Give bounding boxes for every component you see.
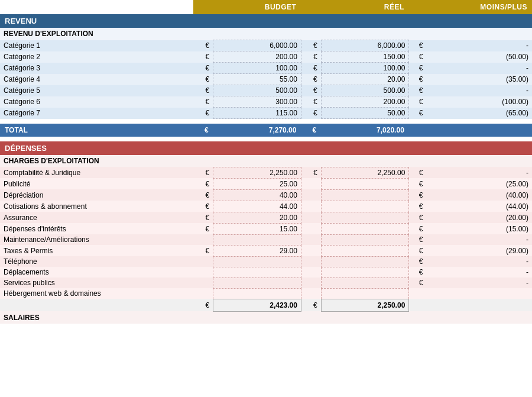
charge12-reel-currency <box>301 288 321 299</box>
cat1-budget-currency: € <box>193 40 213 51</box>
table-row: Catégorie 6 € 300.00 € 200.00 € (100.00) <box>0 96 532 108</box>
cat6-mp: (100.00) <box>427 96 532 108</box>
subtotal-mp <box>427 299 532 311</box>
charge9-label: Téléphone <box>0 256 193 267</box>
total-budget-currency: € <box>193 124 213 137</box>
charge3-label: Dépréciation <box>0 189 193 201</box>
cat4-mp: (35.00) <box>427 74 532 85</box>
table-row: Catégorie 2 € 200.00 € 150.00 € (50.00) <box>0 51 532 63</box>
charge3-mp-currency: € <box>409 189 427 201</box>
cat3-label: Catégorie 3 <box>0 63 193 74</box>
charge7-mp-currency: € <box>409 234 427 245</box>
total-row: TOTAL € 7,270.00 € 7,020.00 <box>0 124 532 137</box>
charge11-mp-currency: € <box>409 277 427 288</box>
spacer-row <box>0 119 532 124</box>
table-row: Dépréciation € 40.00 € (40.00) <box>0 189 532 201</box>
subtotal-mp-currency <box>409 299 427 311</box>
total-reel-currency: € <box>301 124 321 137</box>
charge2-reel <box>321 178 409 189</box>
charge9-mp-currency: € <box>409 256 427 267</box>
cat5-label: Catégorie 5 <box>0 85 193 96</box>
charge1-mp: - <box>427 167 532 178</box>
charge4-label: Cotisations & abonnement <box>0 201 193 212</box>
cat2-mp: (50.00) <box>427 51 532 63</box>
charge9-reel-currency <box>301 256 321 267</box>
charge5-reel-currency <box>301 212 321 223</box>
charges-exploitation-label: CHARGES D'EXPLOITATION <box>0 155 532 167</box>
cat7-mp-currency: € <box>409 108 427 119</box>
subtotal-budget-currency: € <box>193 299 213 311</box>
table-row: Services publics € - <box>0 277 532 288</box>
charge4-reel-currency <box>301 201 321 212</box>
cat5-mp: - <box>427 85 532 96</box>
cat3-mp-currency: € <box>409 63 427 74</box>
charge9-budget-currency <box>193 256 213 267</box>
revenu-exploitation-label: REVENU D'EXPLOITATION <box>0 28 532 40</box>
total-reel: 7,020.00 <box>321 124 409 137</box>
cat7-mp: (65.00) <box>427 108 532 119</box>
table-header: BUDGET RÉEL MOINS/PLUS <box>0 0 532 14</box>
cat1-label: Catégorie 1 <box>0 40 193 51</box>
cat1-reel: 6,000.00 <box>321 40 409 51</box>
depenses-section-header: DÉPENSES <box>0 141 532 155</box>
table-row: Téléphone € - <box>0 256 532 267</box>
total-budget: 7,270.00 <box>213 124 301 137</box>
revenu-exploitation-header: REVENU D'EXPLOITATION <box>0 28 532 40</box>
charge9-reel <box>321 256 409 267</box>
charge6-label: Dépenses d'intérêts <box>0 223 193 234</box>
cat2-label: Catégorie 2 <box>0 51 193 63</box>
cat6-reel: 200.00 <box>321 96 409 108</box>
charge3-reel <box>321 189 409 201</box>
table-row: Taxes & Permis € 29.00 € (29.00) <box>0 245 532 256</box>
cat3-reel-currency: € <box>301 63 321 74</box>
charge4-budget: 44.00 <box>213 201 301 212</box>
charge10-label: Déplacements <box>0 267 193 277</box>
charge1-label: Comptabilité & Juridique <box>0 167 193 178</box>
cat2-budget: 200.00 <box>213 51 301 63</box>
cat4-label: Catégorie 4 <box>0 74 193 85</box>
cat7-budget: 115.00 <box>213 108 301 119</box>
charge6-budget-currency: € <box>193 223 213 234</box>
cat4-reel-currency: € <box>301 74 321 85</box>
cat3-reel: 100.00 <box>321 63 409 74</box>
charge11-mp: - <box>427 277 532 288</box>
charge10-budget <box>213 267 301 277</box>
cat1-reel-currency: € <box>301 40 321 51</box>
table-row: Catégorie 4 € 55.00 € 20.00 € (35.00) <box>0 74 532 85</box>
header-budget: BUDGET <box>193 0 301 14</box>
charge11-reel-currency <box>301 277 321 288</box>
cat5-budget: 500.00 <box>213 85 301 96</box>
charge2-budget: 25.00 <box>213 178 301 189</box>
cat6-budget-currency: € <box>193 96 213 108</box>
cat1-budget: 6,000.00 <box>213 40 301 51</box>
charge8-reel-currency <box>301 245 321 256</box>
charge4-budget-currency: € <box>193 201 213 212</box>
cat5-reel: 500.00 <box>321 85 409 96</box>
charge1-reel-currency: € <box>301 167 321 178</box>
charge5-mp-currency: € <box>409 212 427 223</box>
cat5-budget-currency: € <box>193 85 213 96</box>
charge1-budget: 2,250.00 <box>213 167 301 178</box>
total-mp-currency <box>409 124 427 137</box>
charge7-budget-currency <box>193 234 213 245</box>
cat1-mp: - <box>427 40 532 51</box>
charge4-reel <box>321 201 409 212</box>
cat7-reel: 50.00 <box>321 108 409 119</box>
table-row: Maintenance/Améliorations € - <box>0 234 532 245</box>
charge7-reel-currency <box>301 234 321 245</box>
subtotal-reel: 2,250.00 <box>321 299 409 311</box>
revenu-section-label: REVENU <box>0 14 532 28</box>
charge9-mp: - <box>427 256 532 267</box>
subtotal-reel-currency: € <box>301 299 321 311</box>
table-row: Dépenses d'intérêts € 15.00 € (15.00) <box>0 223 532 234</box>
cat4-reel: 20.00 <box>321 74 409 85</box>
charge8-budget: 29.00 <box>213 245 301 256</box>
charge7-budget <box>213 234 301 245</box>
cat5-mp-currency: € <box>409 85 427 96</box>
total-label: TOTAL <box>0 124 193 137</box>
charge5-reel <box>321 212 409 223</box>
cat7-budget-currency: € <box>193 108 213 119</box>
charge5-budget-currency: € <box>193 212 213 223</box>
subtotal-row: € 2,423.00 € 2,250.00 <box>0 299 532 311</box>
depenses-section-label: DÉPENSES <box>0 141 532 155</box>
